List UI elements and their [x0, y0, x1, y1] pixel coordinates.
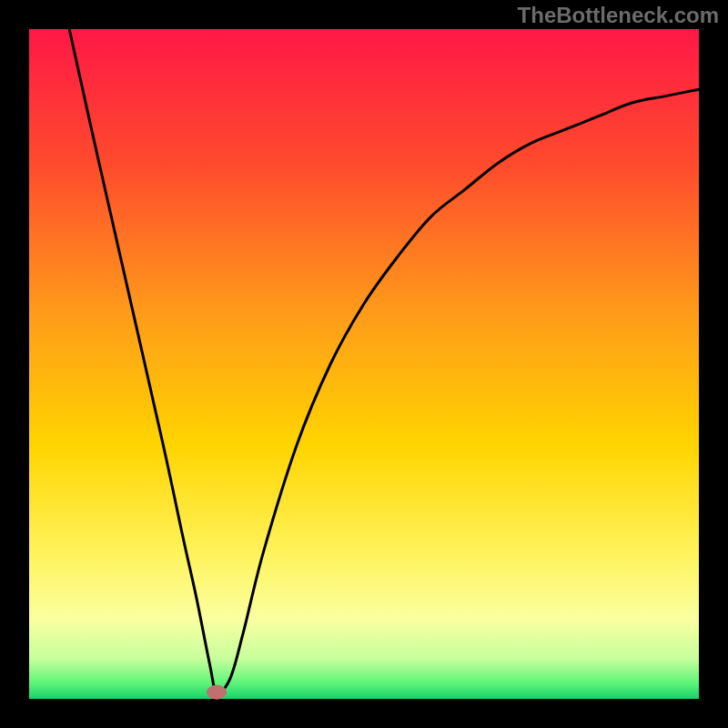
chart-plot-area	[29, 29, 699, 699]
bottleneck-chart	[0, 0, 728, 728]
watermark-text: TheBottleneck.com	[518, 3, 719, 28]
chart-container: TheBottleneck.com	[0, 0, 728, 728]
minimum-marker	[207, 685, 227, 700]
